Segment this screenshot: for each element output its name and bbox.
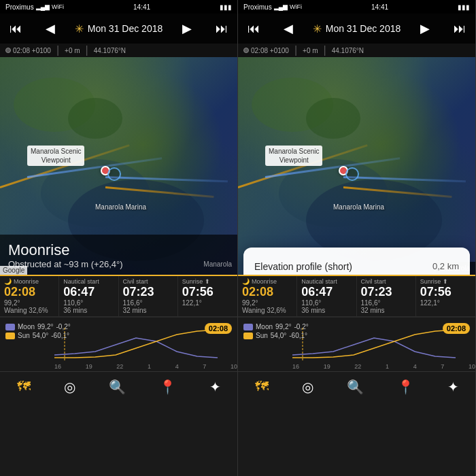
sun-color-right bbox=[243, 333, 253, 339]
chart-label-4-right: 4 bbox=[413, 363, 417, 370]
status-left: Proximus ▂▄▆ WiFi bbox=[5, 3, 64, 11]
toolbar-date-right: Mon 31 Dec 2018 bbox=[326, 23, 401, 34]
lat-info-left: 44.1076°N bbox=[94, 47, 126, 54]
status-bar-right: Proximus ▂▄▆ WiFi 14:41 ▮▮▮ bbox=[238, 0, 475, 14]
battery-left: ▮▮▮ bbox=[220, 3, 232, 11]
time-badge-right: 02:08 bbox=[443, 323, 470, 334]
nautical-time-right: 06:47 bbox=[301, 285, 352, 299]
chart-label-6-left: 10 bbox=[231, 363, 237, 370]
cell-moonrise-left: 🌙 Moonrise 02:08 99,2° Waning 32,6% bbox=[0, 276, 59, 316]
prev-btn-right[interactable]: ◀ bbox=[279, 18, 297, 39]
cell-header-nautical-left: Nautical start bbox=[63, 278, 114, 285]
time-value-left: 02:08 +0100 bbox=[13, 47, 51, 54]
sunrise-time-right: 07:56 bbox=[420, 285, 471, 299]
nav-compass-left[interactable]: ◎ bbox=[58, 376, 81, 398]
civil-time-right: 07:23 bbox=[361, 285, 411, 299]
compass-ring-left bbox=[107, 167, 121, 181]
carrier-right: Proximus bbox=[243, 3, 272, 11]
time-dot-right bbox=[243, 48, 249, 53]
moonrise-subtitle-left: Obstructed at ~93 m (+26,4°) bbox=[8, 259, 229, 269]
data-table-right: 🌙 Moonrise 02:08 99,2° Waning 32,6% Naut… bbox=[238, 275, 475, 317]
marina-label-right: Manarola Marina bbox=[333, 203, 384, 211]
terrain-2-right bbox=[306, 98, 360, 139]
nav-search-right[interactable]: 🔍 bbox=[341, 376, 369, 398]
lat-info-right: 44.1076°N bbox=[332, 47, 364, 54]
toolbar-center-left: ✳ Mon 31 Dec 2018 bbox=[75, 22, 163, 35]
cell-header-sunrise-right: Sunrise ⬆ bbox=[420, 278, 471, 285]
next-btn-left[interactable]: ▶ bbox=[178, 18, 196, 39]
info-bar-left: 02:08 +0100 | +0 m | 44.1076°N bbox=[0, 44, 237, 57]
pin-label-left: Manarola Scenic Viewpoint bbox=[27, 146, 84, 166]
nautical-time-left: 06:47 bbox=[63, 285, 114, 299]
time-info-left: 02:08 +0100 bbox=[5, 47, 51, 54]
time-info-right: 02:08 +0100 bbox=[243, 47, 289, 54]
signal-right: ▂▄▆ bbox=[274, 3, 288, 10]
moonrise-title-left: Moonrise bbox=[8, 241, 229, 259]
cell-nautical-left: Nautical start 06:47 110,6° 36 mins bbox=[59, 276, 118, 316]
civil-deg-right: 116,6° bbox=[361, 299, 411, 307]
toolbar-date-left: Mon 31 Dec 2018 bbox=[88, 23, 163, 34]
map-area-left[interactable]: Manarola Scenic Viewpoint Manarola Marin… bbox=[0, 57, 237, 275]
cell-header-sunrise-left: Sunrise ⬆ bbox=[182, 278, 233, 285]
elev-label-0: Elevation profile (short) bbox=[254, 261, 352, 272]
sep2-right: | bbox=[324, 44, 326, 56]
map-area-right[interactable]: Manarola Scenic Viewpoint Manarola Marin… bbox=[238, 57, 475, 275]
sun-deg-left: 54,0° bbox=[33, 332, 48, 339]
data-table-left: 🌙 Moonrise 02:08 99,2° Waning 32,6% Naut… bbox=[0, 275, 237, 317]
moonrise-time-right: 02:08 bbox=[242, 285, 292, 299]
chart-label-0-right: 16 bbox=[292, 363, 299, 370]
location-pin-left: Manarola Scenic Viewpoint bbox=[27, 146, 84, 166]
sun-legend-label-left: Sun bbox=[18, 332, 30, 339]
cell-header-civil-right: Civil start bbox=[361, 278, 411, 285]
nav-search-left[interactable]: 🔍 bbox=[103, 376, 131, 398]
nav-star-right[interactable]: ✦ bbox=[442, 376, 464, 398]
chart-label-5-right: 7 bbox=[441, 363, 444, 370]
moon-deg-left: 99,2° bbox=[37, 323, 53, 330]
sunrise-time-left: 07:56 bbox=[182, 285, 233, 299]
time-dot-left bbox=[5, 48, 11, 53]
next-track-btn-right[interactable]: ⏭ bbox=[449, 19, 470, 39]
moonrise-phase-left: Waning 32,6% bbox=[4, 307, 54, 314]
nav-map-left[interactable]: 🗺 bbox=[12, 376, 36, 397]
elev-info-right: +0 m bbox=[303, 47, 318, 54]
moon-icon-right: 🌙 bbox=[242, 278, 250, 285]
nav-map-right[interactable]: 🗺 bbox=[250, 376, 274, 397]
nav-star-left[interactable]: ✦ bbox=[204, 376, 226, 398]
prev-track-btn-right[interactable]: ⏮ bbox=[243, 19, 264, 39]
sep2-left: | bbox=[86, 44, 88, 56]
compass-ring-right bbox=[345, 167, 359, 181]
cell-header-nautical-right: Nautical start bbox=[301, 278, 352, 285]
wifi-right: WiFi bbox=[290, 3, 302, 10]
next-track-btn-left[interactable]: ⏭ bbox=[211, 19, 232, 39]
nav-pin-left[interactable]: 📍 bbox=[154, 376, 182, 398]
civil-mins-left: 32 mins bbox=[123, 307, 173, 314]
nav-pin-right[interactable]: 📍 bbox=[392, 376, 420, 398]
battery-right: ▮▮▮ bbox=[458, 3, 470, 11]
carrier-left: Proximus bbox=[5, 3, 34, 11]
nav-compass-right[interactable]: ◎ bbox=[296, 376, 319, 398]
sun-legend-label-right: Sun bbox=[256, 332, 268, 339]
nautical-mins-left: 36 mins bbox=[63, 307, 114, 314]
time-value-right: 02:08 +0100 bbox=[251, 47, 289, 54]
map-satellite-right: Manarola Scenic Viewpoint Manarola Marin… bbox=[238, 57, 475, 275]
prev-track-btn-left[interactable]: ⏮ bbox=[5, 19, 26, 39]
cell-sunrise-right: Sunrise ⬆ 07:56 122,1° bbox=[416, 276, 475, 316]
chart-label-3-right: 1 bbox=[386, 363, 389, 370]
sunrise-deg-left: 122,1° bbox=[182, 299, 233, 307]
chart-label-0-left: 16 bbox=[54, 363, 61, 370]
prev-btn-left[interactable]: ◀ bbox=[41, 18, 59, 39]
chart-label-4-left: 4 bbox=[175, 363, 179, 370]
pin-dot-container-right bbox=[339, 166, 348, 175]
elevation-popup[interactable]: Elevation profile (short) 0,2 km Elevati… bbox=[243, 248, 470, 275]
nautical-mins-right: 36 mins bbox=[301, 307, 352, 314]
next-btn-right[interactable]: ▶ bbox=[416, 18, 434, 39]
sun-icon-left: ✳ bbox=[75, 22, 84, 35]
chart-area-right: Moon 99,2° -0,2° Sun 54,0° -60,1° 02:08 … bbox=[238, 317, 475, 371]
moonrise-deg-left: 99,2° bbox=[4, 299, 54, 307]
bottom-nav-right: 🗺 ◎ 🔍 📍 ✦ bbox=[238, 371, 475, 401]
cell-header-civil-left: Civil start bbox=[123, 278, 173, 285]
sun-color-left bbox=[5, 333, 15, 339]
top-toolbar-left: ⏮ ◀ ✳ Mon 31 Dec 2018 ▶ ⏭ bbox=[0, 14, 237, 44]
elev-row-0[interactable]: Elevation profile (short) 0,2 km bbox=[254, 256, 459, 275]
moon-legend-label-left: Moon bbox=[18, 323, 35, 330]
